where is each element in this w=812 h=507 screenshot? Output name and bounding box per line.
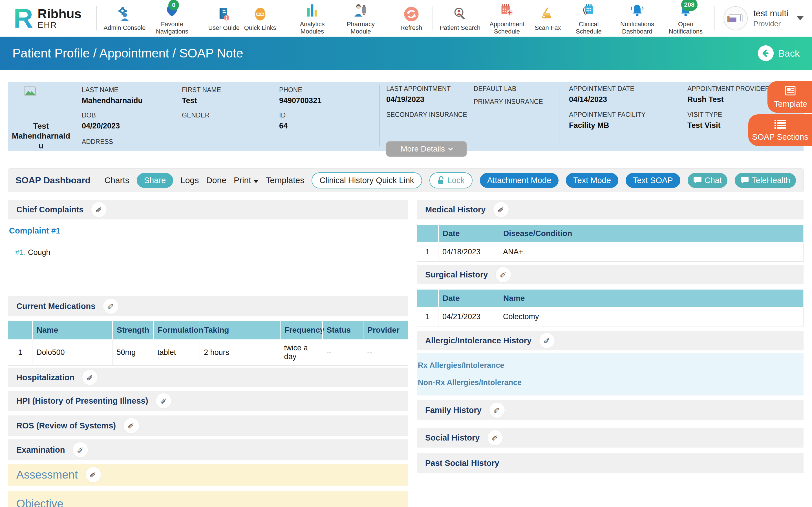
nav-label: User Guide [208,24,239,32]
edit-pencil-icon[interactable]: ✎ [496,267,511,282]
analytics-icon [305,3,319,18]
nav-admin-console[interactable]: Admin Console [101,5,148,32]
table-header-row: Name Strength Formulation Taking Frequen… [8,321,408,339]
edit-pencil-icon[interactable]: ✎ [103,298,118,314]
complaint-1-link[interactable]: Complaint #1 [9,226,408,236]
user-role: Provider [753,19,788,29]
edit-pencil-icon[interactable]: ✎ [493,202,509,217]
print-menu[interactable]: Print [234,175,259,185]
bell-icon [630,3,645,18]
page-title: Patient Profile / Appointment / SOAP Not… [12,46,243,60]
soap-dashboard-toolbar: SOAP Dashboard Charts Share Logs Done Pr… [8,168,804,192]
nav-open-notifications[interactable]: 208 Open Notifications [661,1,710,36]
table-row[interactable]: 1 04/21/2023 Colectomy [417,307,803,326]
nav-scan-fax[interactable]: Scan Fax [531,5,564,32]
nav-user-guide[interactable]: User Guide [206,5,242,32]
field-gender: GENDER [182,112,209,122]
template-button[interactable]: Template [767,81,812,113]
logo-brand: Ribhus [38,7,82,20]
section-social-history: Social History ✎ [417,428,804,448]
chevron-down-icon [448,146,453,151]
edit-pencil-icon[interactable]: ✎ [73,442,88,457]
clinical-history-quick-link-button[interactable]: Clinical History Quick Link [312,172,422,188]
heart-icon: 0 [164,3,180,18]
logs-link[interactable]: Logs [181,175,199,185]
soap-sections-button[interactable]: SOAP Sections [748,114,812,146]
field-visit-type: VISIT TYPE Test Visit [688,111,722,130]
nav-pharmacy-module[interactable]: Pharmacy Module [336,1,385,36]
table-row[interactable]: 1 04/18/2023 ANA+ [417,242,803,262]
nav-label: Appointment Schedule [485,20,529,36]
appointment-schedule-icon [500,3,514,18]
quick-links-icon [253,6,267,22]
soap-left-column: Chief Complaints ✎ Complaint #1 #1. Coug… [8,200,408,507]
pharmacy-icon [353,3,368,18]
text-soap-button[interactable]: Text SOAP [626,173,680,188]
panel-divider [379,85,380,147]
chat-icon [693,176,702,184]
nav-label: Quick Links [244,24,276,32]
nav-label: Notifications Dashboard [615,20,659,36]
section-hpi: HPI (History of Presenting Illness) ✎ [8,391,408,411]
soap-right-column: Medical History ✎ Date Disease/Condition… [417,200,804,473]
section-objective: Objective [8,491,408,507]
back-arrow-icon [758,45,774,61]
edit-pencil-icon[interactable]: ✎ [82,370,98,385]
section-allergic-intolerance-history: Allergic/Intolerance History ✎ [417,331,804,350]
nav-patient-search[interactable]: Patient Search [438,5,483,32]
edit-pencil-icon[interactable]: ✎ [539,333,555,348]
panel-divider [75,85,75,147]
edit-pencil-icon[interactable]: ✎ [156,393,171,408]
non-rx-allergies-link[interactable]: Non-Rx Allergies/Intolerance [418,378,804,387]
edit-pencil-icon[interactable]: ✎ [124,418,139,433]
nav-clinical-schedule[interactable]: Clinical Schedule [564,1,613,36]
list-icon [774,119,786,129]
edit-pencil-icon[interactable]: ✎ [488,430,503,445]
back-button[interactable]: Back [758,45,800,61]
edit-pencil-icon[interactable]: ✎ [91,202,107,217]
edit-pencil-icon[interactable]: ✎ [490,402,505,418]
nav-refresh[interactable]: Refresh [395,5,428,32]
user-menu[interactable]: test multi Provider [723,6,804,31]
field-appointment-facility: APPOINTMENT FACILITY Facility MB [569,111,646,130]
charts-link[interactable]: Charts [104,175,129,185]
attachment-mode-button[interactable]: Attachment Mode [480,173,559,188]
field-secondary-insurance: SECONDARY INSURANCE [386,111,467,119]
table-row[interactable]: 1 Dolo500 50mg tablet 2 hours twice a da… [8,339,408,365]
nav-analytics-modules[interactable]: Analytics Modules [288,1,336,36]
nav-appointment-schedule[interactable]: Appointment Schedule [483,1,531,36]
nav-divider [283,6,283,31]
section-past-social-history: Past Social History [417,453,804,473]
nav-notifications-dashboard[interactable]: Notifications Dashboard [613,1,661,36]
soap-dashboard-title: SOAP Dashboard [15,175,91,186]
rx-allergies-link[interactable]: Rx Allergies/Intolerance [418,361,804,370]
app-logo: R Ribhus EHR [13,5,82,32]
more-details-button[interactable]: More Details [386,142,467,157]
nav-label: Favorite Navigations [150,20,194,36]
field-phone: PHONE 9490700321 [279,86,321,105]
templates-link[interactable]: Templates [266,175,305,185]
chat-button[interactable]: Chat [688,173,727,188]
field-default-lab: DEFAULT LAB [474,85,516,93]
edit-pencil-icon[interactable]: ✎ [86,467,101,482]
nav-favorite-navigations[interactable]: 0 Favorite Navigations [148,1,196,36]
field-dob: DOB 04/20/2023 [82,112,120,130]
patient-summary-panel: Test Mahendharnaidu LAST NAME Mahendharn… [8,82,804,151]
nav-quick-links[interactable]: Quick Links [242,5,278,32]
broken-image-icon [24,86,36,96]
field-appointment-provider: APPOINTMENT PROVIDER Rush Test [688,85,770,104]
section-current-medications: Current Medications ✎ [8,296,408,316]
nav-label: Scan Fax [535,24,561,32]
text-mode-button[interactable]: Text Mode [566,173,618,188]
done-link[interactable]: Done [206,175,226,185]
share-button[interactable]: Share [137,173,173,188]
panel-divider [559,85,559,147]
notifications-badge: 208 [681,0,698,11]
page-header: Patient Profile / Appointment / SOAP Not… [0,37,812,70]
nav-label: Patient Search [440,24,480,32]
section-family-history: Family History ✎ [417,400,804,420]
telehealth-button[interactable]: TeleHealth [735,173,796,188]
table-header-row: Date Disease/Condition [417,225,803,242]
nav-label: Clinical Schedule [567,20,611,36]
lock-button[interactable]: Lock [429,172,472,188]
